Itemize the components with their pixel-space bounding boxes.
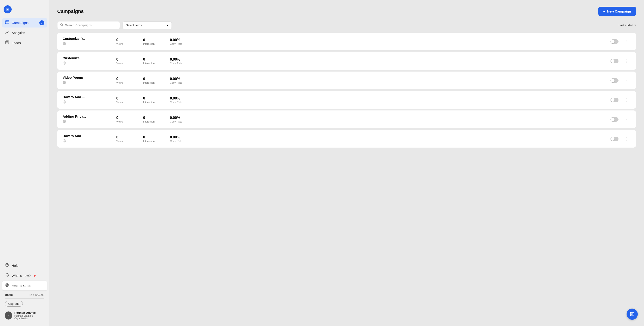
- campaign-info: How to Add ...: [62, 95, 112, 105]
- user-org: Perihan Uramış's Organization: [14, 314, 44, 320]
- chevron-down-icon: ▾: [167, 24, 168, 27]
- select-items-box[interactable]: Select items ▾: [122, 22, 172, 29]
- sidebar-item-help[interactable]: Help: [2, 261, 47, 270]
- interaction-stat: 0 Interaction: [143, 38, 161, 45]
- views-label: Views: [116, 62, 123, 64]
- campaign-info: Adding Priva...: [62, 114, 112, 124]
- views-value: 0: [116, 96, 118, 100]
- sidebar: Campaigns 7 Analytics Leads: [0, 0, 49, 326]
- conv-rate-label: Conv. Rate: [170, 82, 182, 84]
- interaction-stat: 0 Interaction: [143, 116, 161, 123]
- search-box[interactable]: [57, 21, 120, 29]
- campaign-name: Adding Priva...: [62, 114, 112, 118]
- campaign-card: How to Add 0 Views 0 Interaction: [57, 130, 636, 148]
- upgrade-button[interactable]: Upgrade: [5, 301, 23, 306]
- conv-rate-value: 0.00%: [170, 77, 180, 81]
- campaign-menu-button[interactable]: ⋮: [623, 77, 630, 84]
- sort-chevron-icon: ▾: [634, 24, 636, 27]
- globe-icon: [62, 42, 66, 46]
- campaign-menu-button[interactable]: ⋮: [623, 58, 630, 64]
- campaign-info: Video Popup: [62, 76, 112, 85]
- user-info: Perihan Uramış Perihan Uramış's Organiza…: [14, 311, 44, 320]
- new-campaign-label: New Campaign: [607, 10, 631, 13]
- campaign-toggle[interactable]: [610, 39, 618, 44]
- interaction-value: 0: [143, 77, 145, 81]
- app-logo: [4, 5, 12, 14]
- interaction-value: 0: [143, 135, 145, 139]
- stats-group: 0 Views 0 Interaction 0.00% Conv. Rate: [116, 135, 606, 142]
- campaign-toggle[interactable]: [610, 78, 618, 83]
- sort-section[interactable]: Last added ▾: [619, 24, 636, 27]
- toolbar: Select items ▾ Last added ▾: [57, 21, 636, 29]
- campaign-card: Customize 0 Views 0 Interaction: [57, 52, 636, 70]
- notification-dot: [34, 275, 36, 276]
- campaign-card: Video Popup 0 Views 0 Interaction: [57, 72, 636, 89]
- conv-rate-value: 0.00%: [170, 116, 180, 120]
- interaction-label: Interaction: [143, 82, 154, 84]
- views-label: Views: [116, 42, 123, 45]
- main-content: Campaigns + New Campaign Select items ▾ …: [49, 0, 644, 326]
- campaign-toggle[interactable]: [610, 59, 618, 63]
- conv-rate-stat: 0.00% Conv. Rate: [170, 116, 188, 123]
- campaign-toggle[interactable]: [610, 136, 618, 141]
- chat-button[interactable]: [626, 308, 638, 320]
- campaign-info: Customize: [62, 56, 112, 66]
- user-name: Perihan Uramış: [14, 311, 44, 314]
- views-label: Views: [116, 120, 123, 123]
- conv-rate-stat: 0.00% Conv. Rate: [170, 135, 188, 142]
- help-icon: [5, 263, 10, 268]
- svg-rect-1: [5, 20, 9, 24]
- search-input[interactable]: [65, 24, 117, 27]
- conv-rate-label: Conv. Rate: [170, 62, 182, 64]
- globe-icon: [62, 140, 66, 143]
- new-campaign-button[interactable]: + New Campaign: [598, 7, 636, 16]
- plan-label: Basic: [5, 293, 13, 296]
- views-stat: 0 Views: [116, 77, 134, 84]
- campaign-menu-button[interactable]: ⋮: [623, 96, 630, 103]
- globe-icon: [62, 100, 66, 104]
- campaign-name: How to Add ...: [62, 95, 112, 99]
- campaign-menu-button[interactable]: ⋮: [623, 116, 630, 123]
- campaign-name: How to Add: [62, 134, 112, 138]
- globe-icon: [62, 120, 66, 124]
- campaign-menu-button[interactable]: ⋮: [623, 136, 630, 142]
- conv-rate-stat: 0.00% Conv. Rate: [170, 58, 188, 64]
- sidebar-item-analytics[interactable]: Analytics: [2, 28, 47, 38]
- campaign-name: Customize: [62, 56, 112, 60]
- conv-rate-label: Conv. Rate: [170, 140, 182, 142]
- interaction-label: Interaction: [143, 62, 154, 64]
- sidebar-item-label: Help: [12, 264, 18, 268]
- select-items-dropdown[interactable]: Select items: [126, 24, 165, 27]
- conv-rate-stat: 0.00% Conv. Rate: [170, 77, 188, 84]
- avatar: [5, 312, 12, 320]
- sidebar-item-campaigns[interactable]: Campaigns 7: [2, 18, 47, 28]
- plan-count: 15 / 100.000: [29, 293, 44, 296]
- views-stat: 0 Views: [116, 58, 134, 64]
- campaign-toggle[interactable]: [610, 117, 618, 122]
- conv-rate-stat: 0.00% Conv. Rate: [170, 96, 188, 104]
- views-stat: 0 Views: [116, 96, 134, 104]
- sort-label: Last added: [619, 24, 633, 27]
- conv-rate-label: Conv. Rate: [170, 42, 182, 45]
- sidebar-item-label: What's new?: [12, 274, 31, 278]
- sidebar-item-whats-new[interactable]: What's new?: [2, 271, 47, 280]
- sidebar-item-leads[interactable]: Leads: [2, 38, 47, 48]
- views-label: Views: [116, 140, 123, 142]
- stats-group: 0 Views 0 Interaction 0.00% Conv. Rate: [116, 58, 606, 64]
- stats-group: 0 Views 0 Interaction 0.00% Conv. Rate: [116, 96, 606, 104]
- conv-rate-value: 0.00%: [170, 38, 180, 42]
- campaign-toggle[interactable]: [610, 98, 618, 102]
- interaction-value: 0: [143, 58, 145, 62]
- campaign-info: Customize P...: [62, 37, 112, 46]
- sidebar-item-embed-code[interactable]: Embed Code: [2, 281, 47, 290]
- interaction-stat: 0 Interaction: [143, 96, 161, 104]
- sidebar-item-label: Campaigns: [12, 21, 28, 24]
- views-value: 0: [116, 77, 118, 81]
- campaign-menu-button[interactable]: ⋮: [623, 38, 630, 45]
- stats-group: 0 Views 0 Interaction 0.00% Conv. Rate: [116, 38, 606, 45]
- sidebar-logo: [0, 4, 49, 18]
- views-stat: 0 Views: [116, 116, 134, 123]
- views-value: 0: [116, 58, 118, 62]
- interaction-label: Interaction: [143, 42, 154, 45]
- conv-rate-label: Conv. Rate: [170, 101, 182, 104]
